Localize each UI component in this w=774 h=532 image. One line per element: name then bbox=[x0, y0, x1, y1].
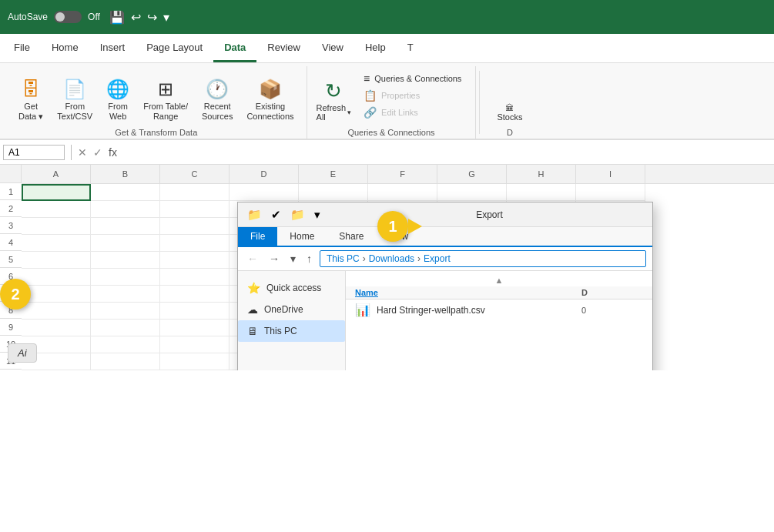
cell-i1[interactable] bbox=[576, 184, 645, 201]
get-data-button[interactable]: 🗄 GetData ▾ bbox=[12, 74, 49, 125]
cell-c4[interactable] bbox=[160, 235, 230, 252]
fe-sidebar-onedrive[interactable]: ☁ OneDrive bbox=[238, 299, 345, 320]
fe-tab-share[interactable]: Share bbox=[327, 227, 376, 247]
menu-bar: File Home Insert Page Layout Data Review… bbox=[0, 34, 774, 63]
fe-back-button[interactable]: ← bbox=[244, 251, 261, 266]
menu-review[interactable]: Review bbox=[256, 34, 311, 62]
cell-c6[interactable] bbox=[160, 269, 230, 286]
fe-col-name-header[interactable]: Name bbox=[355, 288, 581, 297]
menu-t[interactable]: T bbox=[397, 34, 424, 62]
menu-insert[interactable]: Insert bbox=[89, 34, 136, 62]
fe-path-thispc[interactable]: This PC bbox=[327, 253, 360, 264]
edit-links-button[interactable]: 🔗 Edit Links bbox=[359, 105, 466, 120]
data-types-label: D bbox=[489, 125, 530, 139]
cell-a7[interactable] bbox=[22, 286, 91, 303]
fe-tab-home[interactable]: Home bbox=[277, 227, 327, 247]
toggle-knob bbox=[55, 12, 65, 22]
cell-a4[interactable] bbox=[22, 235, 91, 252]
cell-b1[interactable] bbox=[91, 184, 160, 201]
formula-confirm[interactable]: ✓ bbox=[93, 146, 102, 159]
cell-b4[interactable] bbox=[91, 235, 160, 252]
cell-a9[interactable] bbox=[22, 320, 91, 336]
cell-a1[interactable] bbox=[22, 184, 91, 201]
queries-connections-icon: ≡ bbox=[364, 72, 370, 85]
formula-cancel[interactable]: ✕ bbox=[78, 146, 87, 159]
quick-access-dropdown[interactable]: ▾ bbox=[163, 10, 169, 25]
fe-path-downloads[interactable]: Downloads bbox=[369, 253, 414, 264]
cell-b6[interactable] bbox=[91, 269, 160, 286]
menu-help[interactable]: Help bbox=[354, 34, 397, 62]
cell-a3[interactable] bbox=[22, 218, 91, 235]
cell-c1[interactable] bbox=[160, 184, 230, 201]
properties-label: Properties bbox=[381, 91, 420, 100]
fe-path-export[interactable]: Export bbox=[424, 253, 451, 264]
cell-a2[interactable] bbox=[22, 201, 91, 218]
formula-fx[interactable]: fx bbox=[109, 146, 117, 159]
menu-page-layout[interactable]: Page Layout bbox=[136, 34, 213, 62]
cell-b10[interactable] bbox=[91, 336, 160, 353]
undo-icon[interactable]: ↩ bbox=[131, 10, 141, 25]
fe-tab-file[interactable]: File bbox=[238, 227, 277, 247]
fe-onedrive-icon: ☁ bbox=[247, 303, 258, 316]
qc-small-group: ≡ Queries & Connections 📋 Properties 🔗 E… bbox=[356, 66, 469, 125]
save-icon[interactable]: 💾 bbox=[109, 10, 125, 25]
refresh-all-button[interactable]: ↻ RefreshAll ▾ bbox=[313, 74, 355, 125]
cell-c5[interactable] bbox=[160, 252, 230, 269]
queries-connections-button[interactable]: ≡ Queries & Connections bbox=[359, 71, 466, 86]
cell-c7[interactable] bbox=[160, 286, 230, 303]
recent-sources-button[interactable]: 🕐 RecentSources bbox=[196, 74, 239, 125]
fe-forward-button[interactable]: → bbox=[266, 251, 283, 266]
cell-b5[interactable] bbox=[91, 252, 160, 269]
col-headers: A B C D E F G H I bbox=[22, 165, 774, 184]
cell-b8[interactable] bbox=[91, 303, 160, 320]
fe-file-date: 0 bbox=[581, 306, 643, 315]
cell-c9[interactable] bbox=[160, 320, 230, 336]
from-web-button[interactable]: 🌐 FromWeb bbox=[100, 74, 136, 125]
from-text-csv-label: FromText/CSV bbox=[57, 102, 92, 122]
cell-b9[interactable] bbox=[91, 320, 160, 336]
from-table-range-button[interactable]: ⊞ From Table/Range bbox=[137, 74, 194, 125]
cell-f1[interactable] bbox=[368, 184, 437, 201]
fe-sidebar-quick-access[interactable]: ⭐ Quick access bbox=[238, 277, 345, 299]
fe-recent-button[interactable]: ▾ bbox=[287, 251, 299, 266]
cell-b7[interactable] bbox=[91, 286, 160, 303]
fe-address-path[interactable]: This PC › Downloads › Export bbox=[320, 250, 646, 267]
cell-c8[interactable] bbox=[160, 303, 230, 320]
ribbon: 🗄 GetData ▾ 📄 FromText/CSV 🌐 FromWeb ⊞ F… bbox=[0, 63, 774, 140]
fe-quick-access-dropdown[interactable]: ▾ bbox=[311, 206, 323, 223]
cell-c3[interactable] bbox=[160, 218, 230, 235]
autosave-toggle[interactable] bbox=[54, 11, 82, 23]
properties-button[interactable]: 📋 Properties bbox=[359, 88, 466, 103]
cell-c11[interactable] bbox=[160, 353, 230, 370]
cell-b11[interactable] bbox=[91, 353, 160, 370]
menu-home[interactable]: Home bbox=[41, 34, 89, 62]
cell-d1[interactable] bbox=[230, 184, 299, 201]
menu-data[interactable]: Data bbox=[213, 34, 256, 62]
from-table-range-label: From Table/Range bbox=[143, 102, 188, 122]
list-item[interactable]: 📊 Hard Stringer-wellpath.csv 0 bbox=[346, 299, 652, 320]
cell-a5[interactable] bbox=[22, 252, 91, 269]
row-header-9: 9 bbox=[0, 319, 22, 336]
autosave-area: AutoSave Off bbox=[8, 11, 100, 23]
cell-reference-input[interactable] bbox=[3, 145, 65, 160]
cell-c2[interactable] bbox=[160, 201, 230, 218]
redo-icon[interactable]: ↪ bbox=[147, 10, 157, 25]
get-transform-label: Get & Transform Data bbox=[12, 125, 300, 139]
cell-c10[interactable] bbox=[160, 336, 230, 353]
cell-e1[interactable] bbox=[299, 184, 368, 201]
cell-g1[interactable] bbox=[437, 184, 507, 201]
from-text-csv-button[interactable]: 📄 FromText/CSV bbox=[51, 74, 99, 125]
cell-h1[interactable] bbox=[507, 184, 576, 201]
ai-indicator: Ai bbox=[8, 343, 37, 363]
menu-view[interactable]: View bbox=[311, 34, 354, 62]
cell-a8[interactable] bbox=[22, 303, 91, 320]
fe-up-button[interactable]: ↑ bbox=[303, 251, 315, 266]
stocks-button[interactable]: 🏛 Stocks bbox=[489, 74, 530, 125]
cell-a6[interactable] bbox=[22, 269, 91, 286]
cell-b2[interactable] bbox=[91, 201, 160, 218]
cell-b3[interactable] bbox=[91, 218, 160, 235]
existing-connections-button[interactable]: 📦 ExistingConnections bbox=[240, 74, 300, 125]
fe-folder2-icon: 📁 bbox=[287, 206, 308, 223]
fe-sidebar-this-pc[interactable]: 🖥 This PC bbox=[238, 320, 345, 342]
menu-file[interactable]: File bbox=[3, 34, 41, 62]
